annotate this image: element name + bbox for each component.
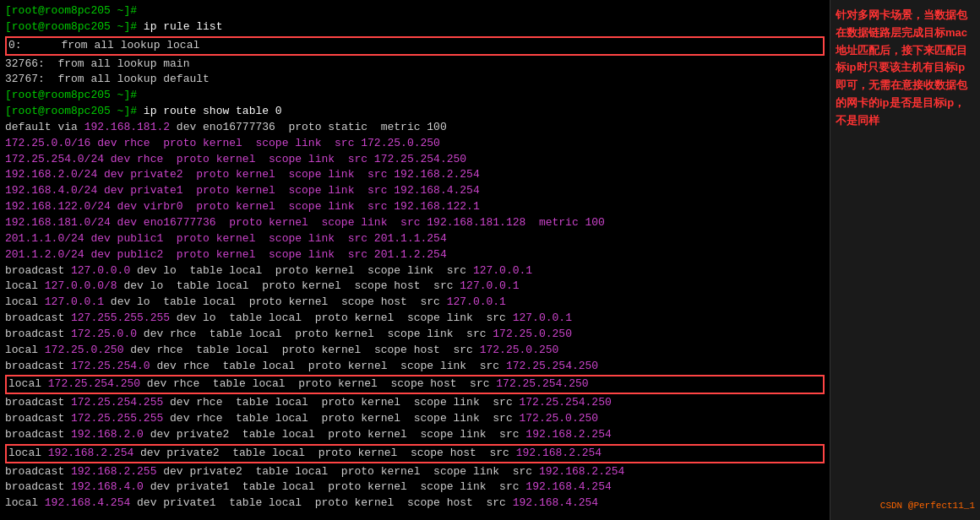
terminal-line: broadcast 127.255.255.255 dev lo table l… (5, 311, 825, 327)
terminal-line: local 172.25.0.250 dev rhce table local … (5, 343, 825, 359)
terminal-line: broadcast 192.168.4.0 dev private1 table… (5, 479, 825, 496)
sidebar-annotation: 针对多网卡场景，当数据包在数据链路层完成目标mac地址匹配后，接下来匹配目标ip… (836, 7, 975, 130)
terminal-window: [root@room8pc205 ~]#[root@room8pc205 ~]#… (0, 0, 830, 520)
terminal-line: [root@room8pc205 ~]# ip rule list (5, 19, 825, 35)
terminal-line: default via 192.168.181.2 dev eno1677773… (5, 120, 825, 136)
terminal-line: 192.168.122.0/24 dev virbr0 proto kernel… (5, 199, 825, 215)
terminal-line: broadcast 172.25.254.255 dev rhce table … (5, 395, 825, 411)
terminal-line: 32766: from all lookup main (5, 57, 825, 73)
terminal-line: 172.25.254.0/24 dev rhce proto kernel sc… (5, 152, 825, 168)
terminal-line: broadcast 172.25.254.0 dev rhce table lo… (5, 359, 825, 375)
terminal-line: 201.1.1.0/24 dev public1 proto kernel sc… (5, 231, 825, 247)
sidebar-panel: 针对多网卡场景，当数据包在数据链路层完成目标mac地址匹配后，接下来匹配目标ip… (830, 0, 980, 520)
terminal-line: 192.168.4.0/24 dev private1 proto kernel… (5, 183, 825, 199)
terminal-line: local 192.168.4.254 dev private1 table l… (5, 496, 825, 512)
highlighted-line: local 172.25.254.250 dev rhce table loca… (5, 375, 825, 394)
highlighted-line: local 192.168.2.254 dev private2 table l… (5, 444, 825, 463)
terminal-line: [root@room8pc205 ~]# (5, 88, 825, 104)
terminal-line: local 127.0.0.1 dev lo table local proto… (5, 295, 825, 311)
terminal-line: 201.1.2.0/24 dev public2 proto kernel sc… (5, 247, 825, 263)
terminal-line: [root@room8pc205 ~]# ip route show table… (5, 104, 825, 120)
terminal-line: [root@room8pc205 ~]# (5, 3, 825, 19)
terminal-line: local 127.0.0.0/8 dev lo table local pro… (5, 279, 825, 295)
terminal-line: 172.25.0.0/16 dev rhce proto kernel scop… (5, 136, 825, 152)
terminal-line: 192.168.2.0/24 dev private2 proto kernel… (5, 167, 825, 183)
terminal-line: broadcast 192.168.2.0 dev private2 table… (5, 427, 825, 443)
terminal-line: broadcast 127.0.0.0 dev lo table local p… (5, 263, 825, 279)
terminal-line: broadcast 172.25.255.255 dev rhce table … (5, 411, 825, 427)
highlighted-line: 0: from all lookup local (5, 36, 825, 56)
terminal-line: broadcast 172.25.0.0 dev rhce table loca… (5, 327, 825, 343)
terminal-line: 192.168.181.0/24 dev eno16777736 proto k… (5, 215, 825, 231)
terminal-line: 32767: from all lookup default (5, 72, 825, 88)
terminal-line: broadcast 192.168.2.255 dev private2 tab… (5, 464, 825, 480)
sidebar-footer: CSDN @Perfect11_1 (836, 499, 975, 513)
